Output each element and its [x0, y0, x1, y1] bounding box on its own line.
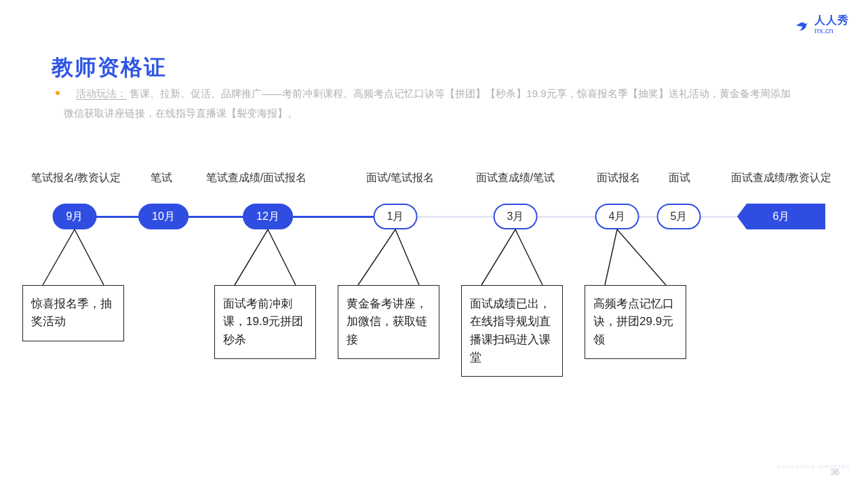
timeline-top-label: 面试查成绩/教资认定: [731, 171, 831, 185]
callout-box: 高频考点记忆口诀，拼团29.9元领: [585, 285, 686, 359]
callout-box: 惊喜报名季，抽奖活动: [22, 285, 124, 341]
brand-logo: 人人秀 rrx.cn: [794, 15, 849, 35]
timeline-node-m10: 10月: [138, 204, 189, 229]
timeline-top-label: 面试报名: [597, 171, 640, 185]
timeline-top-label: 笔试: [151, 171, 172, 185]
timeline-node-m3: 3月: [494, 204, 538, 229]
timeline-node-m1: 1月: [374, 204, 418, 229]
callout-connector: [211, 229, 319, 286]
timeline-top-label: 笔试报名/教资认定: [31, 171, 121, 185]
callout-box: 面试考前冲刺课，19.9元拼团秒杀: [214, 285, 316, 359]
timeline-node-m5: 5月: [657, 204, 701, 229]
subtitle-label: 活动玩法：: [76, 88, 127, 99]
footer-text: EDUCATION INDUSTRY: [778, 464, 851, 470]
timeline-node-m9: 9月: [53, 204, 97, 229]
callout-box: 黄金备考讲座，加微信，获取链接: [338, 285, 439, 359]
bird-icon: [794, 17, 810, 33]
svg-point-0: [804, 22, 806, 24]
page-title: 教师资格证: [52, 53, 167, 83]
callout-connector: [19, 229, 127, 286]
timeline-top-label: 面试/笔试报名: [366, 171, 434, 185]
bullet-icon: [56, 91, 60, 95]
brand-url: rrx.cn: [814, 27, 849, 35]
timeline-node-m6: 6月: [737, 204, 825, 229]
callout-box: 面试成绩已出，在线指导规划直播课扫码进入课堂: [461, 285, 563, 377]
timeline-top-label: 面试查成绩/笔试: [476, 171, 555, 185]
timeline-top-label: 面试: [669, 171, 690, 185]
timeline-node-m12: 12月: [243, 204, 293, 229]
subtitle: 活动玩法： 售课、拉新、促活、品牌推广——考前冲刺课程、高频考点记忆口诀等【拼团…: [64, 84, 796, 123]
brand-name: 人人秀: [814, 15, 849, 26]
callout-connector: [581, 229, 690, 286]
subtitle-body: 售课、拉新、促活、品牌推广——考前冲刺课程、高频考点记忆口诀等【拼团】【秒杀】1…: [64, 88, 791, 119]
timeline-top-label: 笔试查成绩/面试报名: [206, 171, 307, 185]
callout-connector: [458, 229, 566, 286]
callout-connector: [334, 229, 443, 286]
timeline-node-m4: 4月: [595, 204, 639, 229]
